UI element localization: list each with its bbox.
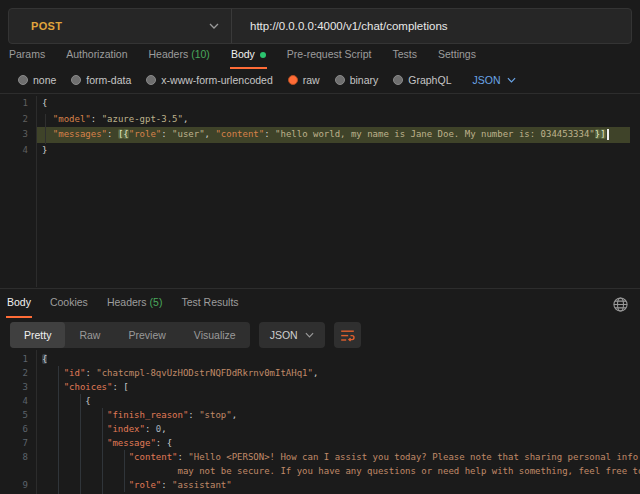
view-tab-raw[interactable]: Raw [65, 322, 114, 348]
body-type-form-data[interactable]: form-data [71, 74, 131, 86]
code-text: may not be secure. If you have any quest… [36, 464, 640, 478]
line-number: 2 [0, 366, 36, 380]
code-line: 6 "index": 0, [0, 422, 640, 436]
request-url-bar: POST http://0.0.0.0:4000/v1/chat/complet… [8, 8, 632, 44]
code-line: 3 "messages": [{"role": "user", "content… [0, 127, 640, 143]
tab-label: Authorization [66, 48, 127, 60]
code-text: "choices": [ [36, 380, 129, 394]
body-type-x-www-form-urlencoded[interactable]: x-www-form-urlencoded [146, 74, 272, 86]
code-text: "model": "azure-gpt-3.5", [36, 112, 630, 128]
code-line: 7 "message": { [0, 436, 640, 450]
body-type-none[interactable]: none [18, 74, 56, 86]
view-tab-pretty[interactable]: Pretty [10, 322, 65, 348]
open-in-new-window-button[interactable] [612, 296, 632, 316]
radio-label: GraphQL [408, 74, 451, 86]
tab-label: Body [231, 48, 255, 60]
chevron-down-icon [209, 23, 219, 29]
chevron-down-icon [305, 332, 314, 338]
tab-label: Headers [148, 48, 188, 60]
line-number: 7 [0, 436, 36, 450]
code-line: 4 { [0, 394, 640, 408]
indent-guide [58, 366, 59, 494]
radio-label: x-www-form-urlencoded [161, 74, 272, 86]
line-number: 5 [0, 408, 36, 422]
language-label: JSON [472, 74, 500, 86]
radio-icon [18, 75, 28, 85]
tab-label: Test Results [181, 296, 238, 308]
response-view-tabs: PrettyRawPreviewVisualize [10, 322, 250, 348]
code-text: "finish_reason": "stop", [36, 408, 237, 422]
view-tab-visualize[interactable]: Visualize [180, 322, 250, 348]
code-text: "id": "chatcmpl-8qvUzHODstrNQFDdRkrnv0mI… [36, 366, 318, 380]
postman-window: POST http://0.0.0.0:4000/v1/chat/complet… [0, 0, 640, 494]
response-tab-cookies[interactable]: Cookies [49, 292, 89, 318]
code-line: 5 "finish_reason": "stop", [0, 408, 640, 422]
gutter-divider [36, 96, 37, 287]
body-type-raw[interactable]: raw [288, 74, 320, 86]
tab-settings[interactable]: Settings [437, 44, 477, 67]
view-tab-preview[interactable]: Preview [114, 322, 179, 348]
language-dropdown[interactable]: JSON [472, 74, 515, 86]
indent-guide [80, 394, 81, 494]
tab-authorization[interactable]: Authorization [65, 44, 128, 67]
method-label: POST [31, 20, 62, 32]
divider [0, 93, 640, 94]
response-tabs: BodyCookiesHeaders(5)Test Results [6, 292, 240, 318]
line-number: 2 [0, 112, 36, 128]
indent-guide [102, 408, 103, 494]
code-line: 1{ [0, 96, 640, 112]
code-line: may not be secure. If you have any quest… [0, 464, 640, 478]
url-input[interactable]: http://0.0.0.0:4000/v1/chat/completions [232, 20, 448, 32]
tab-headers[interactable]: Headers(10) [147, 44, 210, 67]
code-text: { [36, 352, 47, 366]
text-cursor [607, 129, 609, 140]
radio-icon [288, 75, 298, 85]
response-format-label: JSON [270, 329, 298, 341]
request-tabs: ParamsAuthorizationHeaders(10)BodyPre-re… [8, 44, 477, 68]
response-tab-body[interactable]: Body [6, 292, 32, 318]
tab-count-badge: (5) [150, 296, 163, 308]
code-text: "messages": [{"role": "user", "content":… [36, 127, 630, 143]
tab-pre-request-script[interactable]: Pre-request Script [286, 44, 373, 67]
response-body-viewer: 1{2 "id": "chatcmpl-8qvUzHODstrNQFDdRkrn… [0, 350, 640, 494]
radio-icon [71, 75, 81, 85]
line-number [0, 464, 36, 478]
radio-label: none [33, 74, 56, 86]
code-text: { [36, 394, 91, 408]
tab-label: Params [9, 48, 45, 60]
line-number: 3 [0, 127, 36, 143]
line-number: 3 [0, 380, 36, 394]
tab-body[interactable]: Body [230, 44, 267, 69]
tab-params[interactable]: Params [8, 44, 46, 67]
tab-label: Headers [107, 296, 147, 308]
request-body-editor[interactable]: 1{2 "model": "azure-gpt-3.5",3 "messages… [0, 96, 640, 287]
code-line: 2 "id": "chatcmpl-8qvUzHODstrNQFDdRkrnv0… [0, 366, 640, 380]
body-type-binary[interactable]: binary [335, 74, 379, 86]
tab-tests[interactable]: Tests [391, 44, 418, 67]
line-number: 6 [0, 422, 36, 436]
code-line: 3 "choices": [ [0, 380, 640, 394]
globe-icon [612, 296, 629, 313]
code-line: 8 "content": "Hello <PERSON>! How can I … [0, 450, 640, 464]
response-tab-test-results[interactable]: Test Results [180, 292, 239, 318]
body-type-radiogroup: noneform-datax-www-form-urlencodedrawbin… [18, 70, 516, 90]
body-type-graphql[interactable]: GraphQL [393, 74, 451, 86]
indent-guide [45, 114, 46, 144]
response-tab-headers[interactable]: Headers(5) [106, 292, 164, 318]
tab-label: Pre-request Script [287, 48, 372, 60]
tab-label: Cookies [50, 296, 88, 308]
response-format-dropdown[interactable]: JSON [259, 322, 325, 348]
radio-icon [393, 75, 403, 85]
response-toolbar: PrettyRawPreviewVisualize JSON [10, 322, 361, 348]
wrap-text-button[interactable] [334, 322, 361, 348]
code-line: 9 "role": "assistant" [0, 478, 640, 492]
code-line: 1{ [0, 352, 640, 366]
line-number: 8 [0, 450, 36, 464]
code-text: "message": { [36, 436, 172, 450]
code-text: "content": "Hello <PERSON>! How can I as… [36, 450, 638, 464]
method-dropdown[interactable]: POST [9, 9, 231, 43]
line-number: 4 [0, 394, 36, 408]
tab-label: Tests [392, 48, 417, 60]
radio-label: binary [350, 74, 379, 86]
line-number: 4 [0, 143, 36, 159]
